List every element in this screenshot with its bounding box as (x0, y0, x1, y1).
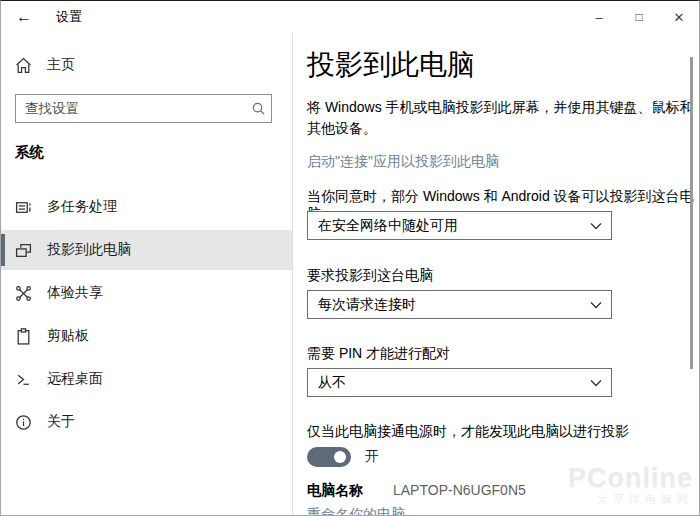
sidebar-item-home[interactable]: 主页 (15, 56, 75, 74)
pc-name-value: LAPTOP-N6UGF0N5 (393, 482, 526, 498)
main-content: 投影到此电脑 将 Windows 手机或电脑投影到此屏幕，并使用其键盘、鼠标和其… (293, 33, 699, 515)
sidebar-item-label: 剪贴板 (47, 327, 89, 345)
chevron-down-icon (581, 301, 611, 309)
close-button[interactable]: ✕ (659, 1, 699, 33)
sidebar-item-shared-experiences[interactable]: 体验共享 (1, 273, 292, 313)
sidebar-item-label: 远程桌面 (47, 370, 103, 388)
window-title: 设置 (56, 1, 82, 33)
minimize-button[interactable]: – (579, 1, 619, 33)
sidebar: 主页 系统 多任务处理 (1, 33, 292, 515)
pc-name-row: 电脑名称 LAPTOP-N6UGF0N5 (307, 482, 526, 500)
pin-dropdown-label: 需要 PIN 才能进行配对 (307, 345, 450, 363)
back-button[interactable]: ← (7, 1, 41, 33)
chevron-down-icon (581, 379, 611, 387)
pin-dropdown[interactable]: 从不 (307, 368, 612, 397)
sidebar-item-label: 体验共享 (47, 284, 103, 302)
launch-connect-app-link[interactable]: 启动"连接"应用以投影到此电脑 (307, 153, 499, 171)
sidebar-item-label: 关于 (47, 413, 75, 431)
scrollbar-thumb[interactable] (690, 57, 693, 369)
settings-window: ← 设置 – □ ✕ 主页 (0, 0, 700, 516)
search-input[interactable] (16, 101, 245, 116)
titlebar: ← 设置 – □ ✕ (1, 1, 699, 33)
pin-dropdown-value: 从不 (308, 374, 581, 392)
rename-pc-link[interactable]: 重命名你的电脑 (307, 506, 405, 516)
consent-dropdown[interactable]: 在安全网络中随处可用 (307, 211, 612, 240)
power-note-label: 仅当此电脑接通电源时，才能发现此电脑以进行投影 (307, 423, 629, 441)
minimize-icon: – (595, 10, 602, 25)
page-title: 投影到此电脑 (307, 46, 475, 84)
close-icon: ✕ (674, 10, 685, 25)
maximize-icon: □ (635, 10, 642, 24)
search-box (15, 94, 272, 123)
project-to-pc-icon (15, 242, 32, 259)
maximize-button[interactable]: □ (619, 1, 659, 33)
shared-experiences-icon (15, 285, 32, 302)
plugged-in-toggle[interactable] (307, 447, 351, 467)
toggle-state-label: 开 (365, 448, 379, 466)
consent-dropdown-value: 在安全网络中随处可用 (308, 217, 581, 235)
pc-name-label: 电脑名称 (307, 482, 363, 500)
sidebar-item-label: 多任务处理 (47, 198, 117, 216)
multitasking-icon (15, 199, 32, 216)
sidebar-section-system: 系统 (15, 143, 44, 162)
window-controls: – □ ✕ (579, 1, 699, 33)
sidebar-item-multitasking[interactable]: 多任务处理 (1, 187, 292, 227)
home-icon (15, 57, 32, 74)
chevron-down-icon (581, 222, 611, 230)
clipboard-icon (15, 328, 32, 345)
ask-to-project-dropdown-value: 每次请求连接时 (308, 296, 581, 314)
ask-to-project-dropdown[interactable]: 每次请求连接时 (307, 290, 612, 319)
ask-to-project-dropdown-label: 要求投影到这台电脑 (307, 267, 433, 285)
toggle-knob (334, 451, 346, 463)
sidebar-home-label: 主页 (47, 56, 75, 74)
sidebar-item-about[interactable]: 关于 (1, 402, 292, 442)
sidebar-item-clipboard[interactable]: 剪贴板 (1, 316, 292, 356)
sidebar-nav: 多任务处理 投影到此电脑 (1, 187, 292, 445)
search-icon[interactable] (245, 95, 271, 122)
sidebar-item-label: 投影到此电脑 (47, 241, 131, 259)
info-icon (15, 414, 32, 431)
sidebar-item-remote-desktop[interactable]: 远程桌面 (1, 359, 292, 399)
plugged-in-toggle-row: 开 (307, 447, 379, 467)
page-description: 将 Windows 手机或电脑投影到此屏幕，并使用其键盘、鼠标和其他设备。 (307, 97, 700, 139)
sidebar-item-project-to-pc[interactable]: 投影到此电脑 (1, 230, 292, 270)
back-arrow-icon: ← (16, 8, 32, 26)
remote-desktop-icon (15, 371, 32, 388)
